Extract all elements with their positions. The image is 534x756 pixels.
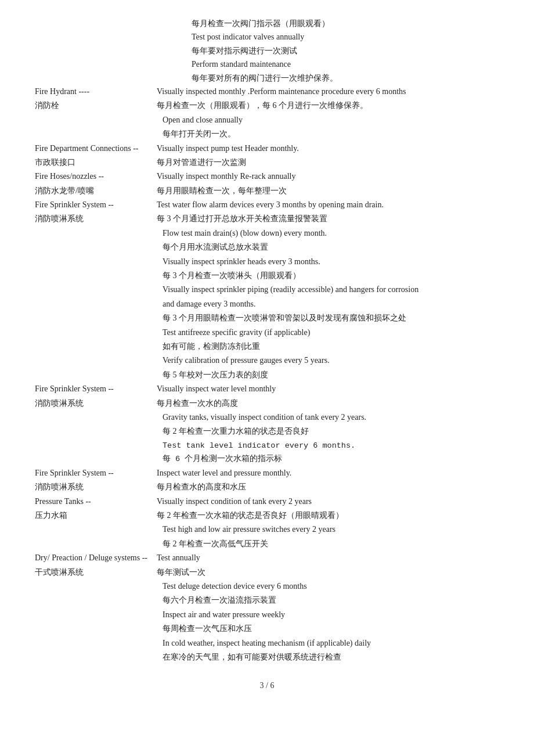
indent-line-mono: 每 6 个月检测一次水箱的指示标 [163, 453, 499, 466]
indent-line: Visually inspect sprinkler piping (readi… [163, 283, 499, 296]
page-number: 3 / 6 [35, 681, 499, 690]
section-content: 每月对管道进行一次监测 [157, 156, 499, 169]
indent-line: Inspect air and water pressure weekly [163, 609, 499, 621]
indent-line: 每 2 年检查一次高低气压开关 [163, 538, 499, 550]
section-content: Visually inspect condition of tank every… [157, 495, 499, 508]
section-label: Fire Hydrant ---- [35, 85, 157, 98]
indent-line: 在寒冷的天气里，如有可能要对供暖系统进行检查 [163, 651, 499, 664]
section-label: 消防水龙带/喷嘴 [35, 185, 157, 197]
section-content: 每 2 年检查一次水箱的状态是否良好（用眼晴观看） [157, 509, 499, 522]
section-label: 市政联接口 [35, 156, 157, 169]
section-row: Fire Department Connections --Visually i… [35, 142, 499, 155]
section-label: 消防喷淋系统 [35, 213, 157, 225]
top-indented-line: 每年要对指示阀进行一次测试 [192, 45, 499, 57]
section-label: 消防栓 [35, 99, 157, 112]
section-label: Dry/ Preaction / Deluge systems -- [35, 552, 157, 564]
indent-line: Test antifreeze specific gravity (if app… [163, 326, 499, 339]
indent-line: 每 5 年校对一次压力表的刻度 [163, 369, 499, 381]
indent-line: Test high and low air pressure switches … [163, 523, 499, 536]
section-label: Pressure Tanks -- [35, 495, 157, 508]
indent-line: Verify calibration of pressure gauges ev… [163, 354, 499, 367]
section-content: 每月检查一次水的高度 [157, 397, 499, 410]
section-row: 消防水龙带/喷嘴每月用眼睛检查一次，每年整理一次 [35, 185, 499, 197]
section-row: 压力水箱每 2 年检查一次水箱的状态是否良好（用眼晴观看） [35, 509, 499, 522]
indent-line: In cold weather, inspect heating mechani… [163, 637, 499, 650]
section-content: Visually inspect monthly Re-rack annuall… [157, 170, 499, 183]
section-row: 干式喷淋系统每年测试一次 [35, 566, 499, 579]
indent-line: Visually inspect sprinkler heads every 3… [163, 255, 499, 268]
indent-line: 每年打开关闭一次。 [163, 128, 499, 141]
section-row: 消防喷淋系统每 3 个月通过打开总放水开关检查流量报警装置 [35, 213, 499, 225]
indent-line: Open and close annually [163, 114, 499, 127]
section-content: Visually inspect water level monthly [157, 383, 499, 395]
section-content: 每月用眼睛检查一次，每年整理一次 [157, 185, 499, 197]
section-content: Visually inspected monthly .Perform main… [157, 85, 499, 98]
section-label: 压力水箱 [35, 509, 157, 522]
section-row: 消防喷淋系统每月检查水的高度和水压 [35, 481, 499, 494]
section-row: 消防栓每月检查一次（用眼观看），每 6 个月进行一次维修保养。 [35, 99, 499, 112]
section-label: 干式喷淋系统 [35, 566, 157, 579]
section-row: 市政联接口每月对管道进行一次监测 [35, 156, 499, 169]
section-row: Fire Sprinkler System --Visually inspect… [35, 383, 499, 395]
indent-line: 每六个月检查一次溢流指示装置 [163, 594, 499, 607]
section-content: Inspect water level and pressure monthly… [157, 467, 499, 480]
page-container: 每月检查一次阀门指示器（用眼观看）Test post indicator val… [35, 17, 499, 690]
section-content: 每月检查水的高度和水压 [157, 481, 499, 494]
section-row: Fire Sprinkler System --Inspect water le… [35, 467, 499, 480]
indent-line: Flow test main drain(s) (blow down) ever… [163, 227, 499, 240]
lines-container: 每月检查一次阀门指示器（用眼观看）Test post indicator val… [35, 17, 499, 664]
section-label: Fire Sprinkler System -- [35, 199, 157, 211]
section-row: 消防喷淋系统每月检查一次水的高度 [35, 397, 499, 410]
section-content: 每 3 个月通过打开总放水开关检查流量报警装置 [157, 213, 499, 225]
top-indented-line: Perform standard maintenance [192, 58, 499, 71]
indent-line: 每 3 个月检查一次喷淋头（用眼观看） [163, 269, 499, 282]
top-indented-line: Test post indicator valves annually [192, 31, 499, 44]
section-row: Fire Hoses/nozzles --Visually inspect mo… [35, 170, 499, 183]
section-content: Test annually [157, 552, 499, 564]
indent-line: 每个月用水流测试总放水装置 [163, 241, 499, 254]
section-content: 每年测试一次 [157, 566, 499, 579]
section-row: Pressure Tanks --Visually inspect condit… [35, 495, 499, 508]
section-label: 消防喷淋系统 [35, 397, 157, 410]
indent-line-mono: Test tank level indicator every 6 months… [163, 440, 499, 452]
top-indented-line: 每月检查一次阀门指示器（用眼观看） [192, 17, 499, 30]
top-indented-line: 每年要对所有的阀门进行一次维护保养。 [192, 72, 499, 85]
section-label: Fire Hoses/nozzles -- [35, 170, 157, 183]
section-content: Visually inspect pump test Header monthl… [157, 142, 499, 155]
section-row: Fire Hydrant ----Visually inspected mont… [35, 85, 499, 98]
indent-line: 如有可能，检测防冻剂比重 [163, 340, 499, 353]
indent-line: Test deluge detection device every 6 mon… [163, 580, 499, 593]
section-content: Test water flow alarm devices every 3 mo… [157, 199, 499, 211]
section-label: 消防喷淋系统 [35, 481, 157, 494]
section-label: Fire Department Connections -- [35, 142, 157, 155]
indent-line: Gravity tanks, visually inspect conditio… [163, 411, 499, 424]
indent-line: and damage every 3 months. [163, 298, 499, 311]
section-label: Fire Sprinkler System -- [35, 383, 157, 395]
indent-line: 每 2 年检查一次重力水箱的状态是否良好 [163, 425, 499, 438]
indent-line: 每 3 个月用眼睛检查一次喷淋管和管架以及时发现有腐蚀和损坏之处 [163, 312, 499, 325]
indent-line: 每周检查一次气压和水压 [163, 622, 499, 635]
section-row: Fire Sprinkler System --Test water flow … [35, 199, 499, 211]
section-content: 每月检查一次（用眼观看），每 6 个月进行一次维修保养。 [157, 99, 499, 112]
section-label: Fire Sprinkler System -- [35, 467, 157, 480]
section-row: Dry/ Preaction / Deluge systems --Test a… [35, 552, 499, 564]
